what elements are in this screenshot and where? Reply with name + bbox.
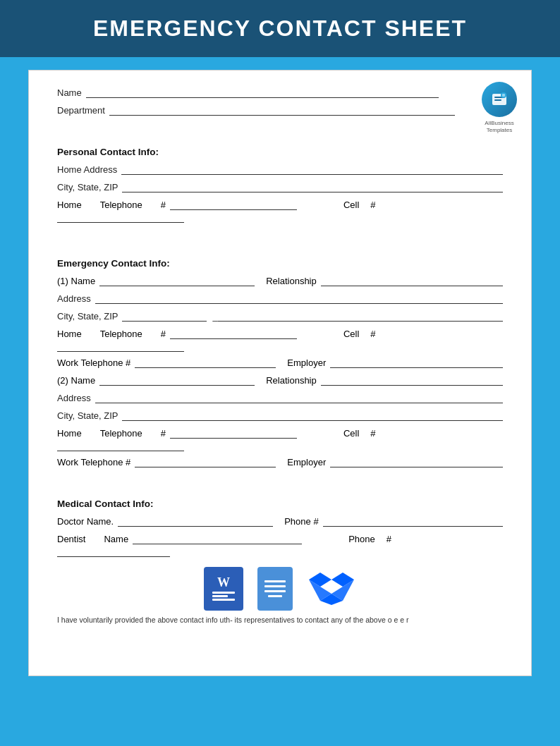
city-state-zip-field[interactable]: [122, 183, 503, 192]
name-label: Name: [57, 87, 82, 98]
relationship2-label: Relationship: [266, 375, 317, 386]
home-address-row: Home Address: [57, 164, 503, 175]
phone-field[interactable]: [323, 517, 503, 527]
home-tel-field-p[interactable]: [170, 200, 297, 210]
home-tel2-row2: [57, 441, 503, 451]
cell-label-2: Cell: [343, 428, 359, 439]
dropbox-icon[interactable]: [307, 567, 356, 611]
city1-field1[interactable]: [122, 312, 207, 322]
dentist-phone-field[interactable]: [57, 547, 170, 557]
footer-text: I have voluntarily provided the above co…: [57, 615, 503, 626]
address1-field[interactable]: [95, 294, 503, 304]
home-tel1-row2: [57, 342, 503, 352]
home-address-field[interactable]: [121, 165, 503, 175]
employer1-field[interactable]: [330, 358, 503, 368]
dentist-row2: [57, 547, 503, 557]
city2-label: City, State, ZIP: [57, 410, 118, 421]
employer2-label: Employer: [287, 457, 326, 467]
docs-icon[interactable]: [257, 567, 293, 611]
contact1-name-field[interactable]: [99, 276, 255, 286]
city1-underscore: _: [212, 311, 217, 322]
name-field[interactable]: [86, 88, 439, 98]
contact2-name-label: (2) Name: [57, 375, 95, 386]
page-header: EMERGENCY CONTACT SHEET: [0, 0, 560, 57]
personal-section-title: Personal Contact Info:: [57, 147, 503, 157]
hash-label-2: #: [161, 428, 166, 439]
dentist-hash: #: [386, 534, 391, 544]
cell-label-1: Cell: [343, 329, 359, 339]
logo-circle: [482, 82, 517, 117]
dept-label: Department: [57, 105, 105, 116]
page-title: EMERGENCY CONTACT SHEET: [0, 16, 560, 42]
cell1-field[interactable]: [57, 342, 184, 352]
logo: AllBusiness Templates: [482, 82, 517, 135]
city1-row: City, State, ZIP _: [57, 311, 503, 322]
city2-field[interactable]: [122, 411, 503, 421]
dentist-row1: Dentist Name Phone #: [57, 534, 503, 544]
word-icon[interactable]: W: [204, 567, 243, 611]
document-body: AllBusiness Templates Name Department Pe…: [28, 70, 532, 676]
dept-field[interactable]: [109, 106, 455, 116]
address2-field[interactable]: [95, 393, 503, 403]
contact2-name-row: (2) Name Relationship: [57, 375, 503, 386]
contact1-name-row: (1) Name Relationship: [57, 276, 503, 286]
city2-row: City, State, ZIP: [57, 410, 503, 421]
telephone-label-1: Telephone: [100, 329, 142, 339]
name-row: Name: [57, 87, 503, 98]
home-tel2-row1: Home Telephone # Cell #: [57, 428, 503, 439]
home-tel1-row1: Home Telephone # Cell #: [57, 329, 503, 339]
cell-hash-1: #: [370, 329, 375, 339]
contact1-name-label: (1) Name: [57, 276, 95, 286]
work-tel2-label: Work Telephone #: [57, 457, 130, 467]
dentist-label: Dentist: [57, 534, 85, 544]
hash-label-1: #: [161, 329, 166, 339]
telephone-label-p: Telephone: [100, 200, 142, 210]
dentist-phone-label: Phone: [348, 534, 375, 544]
phone-label: Phone #: [284, 516, 318, 527]
relationship2-field[interactable]: [321, 376, 503, 386]
home-label-1: Home: [57, 329, 82, 339]
logo-text: AllBusiness Templates: [482, 120, 517, 135]
cell2-field[interactable]: [57, 441, 184, 451]
city-state-zip-row: City, State, ZIP: [57, 182, 503, 192]
hash-label-p: #: [161, 200, 166, 210]
city1-field2[interactable]: [218, 312, 503, 322]
employer1-label: Employer: [287, 357, 326, 368]
doctor-label: Doctor Name.: [57, 516, 114, 527]
home-address-label: Home Address: [57, 164, 117, 175]
doctor-row: Doctor Name. Phone #: [57, 516, 503, 527]
work-tel2-row: Work Telephone # Employer: [57, 457, 503, 467]
relationship-field[interactable]: [321, 276, 503, 286]
svg-rect-4: [502, 94, 505, 97]
cell-field-p[interactable]: [57, 213, 184, 223]
work-tel2-field[interactable]: [135, 458, 276, 467]
department-row: Department: [57, 105, 503, 116]
address1-label: Address: [57, 293, 91, 304]
home-tel-row2: [57, 213, 503, 223]
employer2-field[interactable]: [330, 458, 503, 467]
address1-row: Address: [57, 293, 503, 304]
work-tel1-row: Work Telephone # Employer: [57, 357, 503, 368]
dentist-name-field[interactable]: [133, 534, 302, 544]
home-label-p: Home: [57, 200, 82, 210]
medical-section-title: Medical Contact Info:: [57, 499, 503, 509]
address2-label: Address: [57, 393, 91, 403]
emergency-section-title: Emergency Contact Info:: [57, 258, 503, 269]
contact2-name-field[interactable]: [99, 376, 255, 386]
work-tel1-field[interactable]: [135, 358, 276, 368]
dentist-name-label: Name: [104, 534, 128, 544]
doctor-field[interactable]: [118, 517, 273, 527]
cell-label-p: Cell: [343, 200, 359, 210]
footer-icons: W: [57, 567, 503, 611]
home-tel1-field[interactable]: [170, 329, 297, 339]
telephone-label-2: Telephone: [100, 428, 142, 439]
relationship-label: Relationship: [266, 276, 317, 286]
cell-hash-p: #: [370, 200, 375, 210]
address2-row: Address: [57, 393, 503, 403]
home-label-2: Home: [57, 428, 82, 439]
work-tel1-label: Work Telephone #: [57, 357, 130, 368]
svg-rect-2: [494, 99, 501, 101]
home-tel2-field[interactable]: [170, 429, 297, 439]
city-state-zip-label: City, State, ZIP: [57, 182, 118, 192]
logo-icon: [489, 90, 509, 109]
